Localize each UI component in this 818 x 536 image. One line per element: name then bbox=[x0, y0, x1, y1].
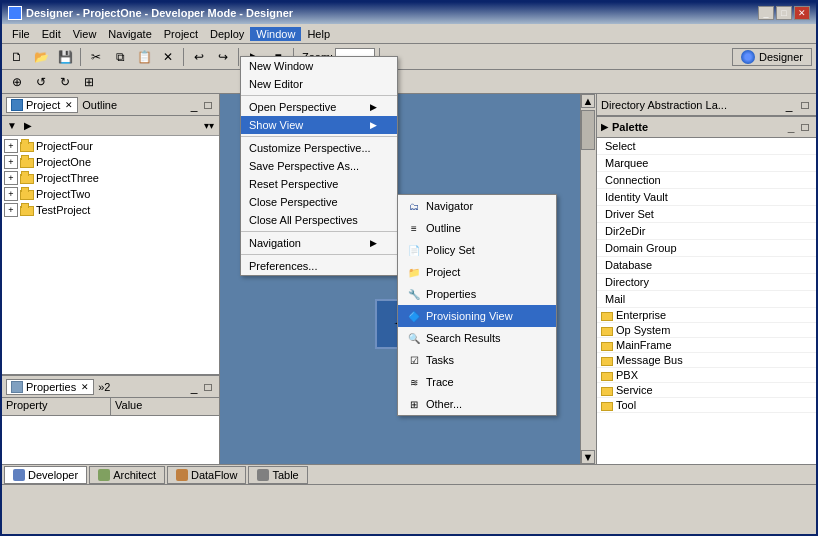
menu-edit[interactable]: Edit bbox=[36, 27, 67, 41]
expander-projecttwo[interactable]: + bbox=[4, 187, 18, 201]
scroll-down-btn[interactable]: ▼ bbox=[581, 450, 595, 464]
submenu-policy-set[interactable]: 📄 Policy Set bbox=[398, 239, 556, 261]
submenu-search-results[interactable]: 🔍 Search Results bbox=[398, 327, 556, 349]
tab-architect[interactable]: Architect bbox=[89, 466, 165, 484]
palette-min-btn[interactable]: _ bbox=[784, 120, 798, 134]
palette-item-dir2edir[interactable]: Dir2eDir bbox=[597, 223, 816, 240]
tree-item-projecttwo[interactable]: + ProjectTwo bbox=[4, 186, 217, 202]
palette-max-btn[interactable]: □ bbox=[798, 120, 812, 134]
tab-project[interactable]: Project ✕ bbox=[6, 97, 78, 113]
tree-item-projectone[interactable]: + ProjectOne bbox=[4, 154, 217, 170]
tab-outline[interactable]: Outline bbox=[82, 99, 117, 111]
tb2-btn1[interactable]: ⊕ bbox=[6, 71, 28, 93]
save-button[interactable]: 💾 bbox=[54, 46, 76, 68]
menu-new-editor[interactable]: New Editor bbox=[241, 75, 397, 93]
expander-projectfour[interactable]: + bbox=[4, 139, 18, 153]
palette-item-directory[interactable]: Directory bbox=[597, 274, 816, 291]
palette-item-driverset[interactable]: Driver Set bbox=[597, 206, 816, 223]
rp-min-btn[interactable]: _ bbox=[782, 98, 796, 112]
tb2-btn4[interactable]: ⊞ bbox=[78, 71, 100, 93]
maximize-panel-icon[interactable]: □ bbox=[201, 98, 215, 112]
paste-button[interactable]: 📋 bbox=[133, 46, 155, 68]
menu-save-perspective-as[interactable]: Save Perspective As... bbox=[241, 157, 397, 175]
submenu-tasks[interactable]: ☑ Tasks bbox=[398, 349, 556, 371]
scroll-thumb[interactable] bbox=[581, 110, 595, 150]
submenu-other[interactable]: ⊞ Other... bbox=[398, 393, 556, 415]
scroll-up-btn[interactable]: ▲ bbox=[581, 94, 595, 108]
properties-content bbox=[2, 416, 219, 464]
menu-file[interactable]: File bbox=[6, 27, 36, 41]
designer-badge[interactable]: Designer bbox=[732, 48, 812, 66]
props-min-icon[interactable]: _ bbox=[187, 380, 201, 394]
menu-show-view[interactable]: Show View ▶ bbox=[241, 116, 397, 134]
menu-navigation[interactable]: Navigation ▶ bbox=[241, 234, 397, 252]
palette-item-mail[interactable]: Mail bbox=[597, 291, 816, 308]
palette-item-mainframe[interactable]: MainFrame bbox=[597, 338, 816, 353]
rp-max-btn[interactable]: □ bbox=[798, 98, 812, 112]
menu-reset-perspective[interactable]: Reset Perspective bbox=[241, 175, 397, 193]
cut-button[interactable]: ✂ bbox=[85, 46, 107, 68]
view-menu-btn[interactable]: ▾▾ bbox=[201, 118, 217, 134]
open-button[interactable]: 📂 bbox=[30, 46, 52, 68]
close-button[interactable]: ✕ bbox=[794, 6, 810, 20]
menu-customize-perspective[interactable]: Customize Perspective... bbox=[241, 139, 397, 157]
expander-projectone[interactable]: + bbox=[4, 155, 18, 169]
palette-item-messagebus[interactable]: Message Bus bbox=[597, 353, 816, 368]
search-results-label: Search Results bbox=[426, 332, 501, 344]
palette-item-identityvault[interactable]: Identity Vault bbox=[597, 189, 816, 206]
minimize-panel-icon[interactable]: _ bbox=[187, 98, 201, 112]
menu-project[interactable]: Project bbox=[158, 27, 204, 41]
palette-item-service[interactable]: Service bbox=[597, 383, 816, 398]
copy-button[interactable]: ⧉ bbox=[109, 46, 131, 68]
palette-item-domaingroup[interactable]: Domain Group bbox=[597, 240, 816, 257]
tree-item-projectfour[interactable]: + ProjectFour bbox=[4, 138, 217, 154]
menu-open-perspective[interactable]: Open Perspective ▶ bbox=[241, 98, 397, 116]
redo-button[interactable]: ↪ bbox=[212, 46, 234, 68]
menu-close-perspective[interactable]: Close Perspective bbox=[241, 193, 397, 211]
menu-help[interactable]: Help bbox=[301, 27, 336, 41]
submenu-outline[interactable]: ≡ Outline bbox=[398, 217, 556, 239]
tab-dataflow[interactable]: DataFlow bbox=[167, 466, 246, 484]
tab-table[interactable]: Table bbox=[248, 466, 307, 484]
menu-navigate[interactable]: Navigate bbox=[102, 27, 157, 41]
menu-bar: File Edit View Navigate Project Deploy W… bbox=[2, 24, 816, 44]
submenu-provisioning-view[interactable]: 🔷 Provisioning View bbox=[398, 305, 556, 327]
new-button[interactable]: 🗋 bbox=[6, 46, 28, 68]
submenu-project[interactable]: 📁 Project bbox=[398, 261, 556, 283]
palette-item-select[interactable]: Select bbox=[597, 138, 816, 155]
tree-item-testproject[interactable]: + TestProject bbox=[4, 202, 217, 218]
menu-new-window[interactable]: New Window bbox=[241, 57, 397, 75]
properties-close-icon[interactable]: ✕ bbox=[81, 382, 89, 392]
delete-button[interactable]: ✕ bbox=[157, 46, 179, 68]
expander-testproject[interactable]: + bbox=[4, 203, 18, 217]
tree-item-projectthree[interactable]: + ProjectThree bbox=[4, 170, 217, 186]
expander-projectthree[interactable]: + bbox=[4, 171, 18, 185]
menu-deploy[interactable]: Deploy bbox=[204, 27, 250, 41]
collapse-all-btn[interactable]: ▼ bbox=[4, 118, 20, 134]
tab-developer[interactable]: Developer bbox=[4, 466, 87, 484]
palette-item-database[interactable]: Database bbox=[597, 257, 816, 274]
submenu-properties[interactable]: 🔧 Properties bbox=[398, 283, 556, 305]
expand-btn[interactable]: ▶ bbox=[20, 118, 36, 134]
menu-window[interactable]: Window bbox=[250, 27, 301, 41]
palette-item-pbx[interactable]: PBX bbox=[597, 368, 816, 383]
minimize-button[interactable]: _ bbox=[758, 6, 774, 20]
menu-close-all-perspectives[interactable]: Close All Perspectives bbox=[241, 211, 397, 229]
palette-item-opsystem[interactable]: Op System bbox=[597, 323, 816, 338]
maximize-button[interactable]: □ bbox=[776, 6, 792, 20]
tb2-btn2[interactable]: ↺ bbox=[30, 71, 52, 93]
canvas-scrollbar-v[interactable]: ▲ ▼ bbox=[580, 94, 596, 464]
menu-view[interactable]: View bbox=[67, 27, 103, 41]
palette-item-enterprise[interactable]: Enterprise bbox=[597, 308, 816, 323]
palette-item-marquee[interactable]: Marquee bbox=[597, 155, 816, 172]
palette-item-connection[interactable]: Connection bbox=[597, 172, 816, 189]
close-tab-icon[interactable]: ✕ bbox=[65, 100, 73, 110]
tb2-btn3[interactable]: ↻ bbox=[54, 71, 76, 93]
menu-preferences[interactable]: Preferences... bbox=[241, 257, 397, 275]
props-max-icon[interactable]: □ bbox=[201, 380, 215, 394]
submenu-trace[interactable]: ≋ Trace bbox=[398, 371, 556, 393]
undo-button[interactable]: ↩ bbox=[188, 46, 210, 68]
palette-item-tool[interactable]: Tool bbox=[597, 398, 816, 413]
tab-properties[interactable]: Properties ✕ bbox=[6, 379, 94, 395]
submenu-navigator[interactable]: 🗂 Navigator bbox=[398, 195, 556, 217]
